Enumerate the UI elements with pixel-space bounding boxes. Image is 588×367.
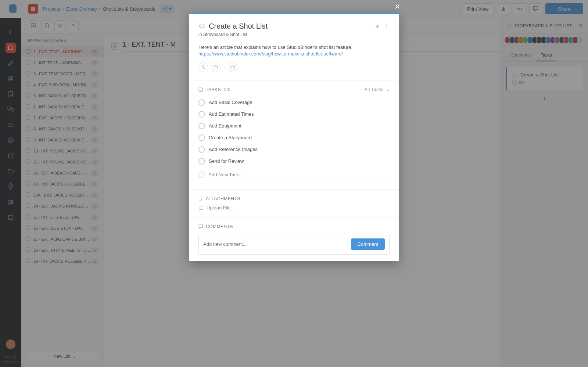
svg-rect-56 — [231, 66, 234, 69]
task-label: Create a Storyboard — [209, 135, 252, 140]
modal-link[interactable]: https://www.studiobinder.com/blog/how-to… — [198, 51, 390, 57]
svg-rect-57 — [199, 88, 202, 91]
add-date-button[interactable] — [211, 62, 220, 72]
task-checkbox[interactable] — [198, 158, 205, 165]
task-checkbox[interactable] — [198, 134, 205, 141]
task-row: Add Equipment — [198, 120, 390, 132]
svg-point-53 — [199, 24, 204, 29]
chevron-down-icon: ⌄ — [386, 87, 390, 92]
task-row: Create a Storyboard — [198, 132, 390, 144]
upload-label: Upload File... — [207, 205, 235, 211]
calendar-icon — [230, 65, 235, 69]
tasks-section-label: TASKS — [206, 87, 221, 92]
tasks-section-count: 0/6 — [224, 87, 230, 92]
add-task-input[interactable] — [208, 170, 390, 180]
task-checkbox[interactable] — [198, 111, 205, 118]
svg-point-54 — [202, 65, 204, 67]
upload-icon — [198, 205, 204, 210]
modal-subtitle: in Storyboard & Shot List — [198, 32, 390, 37]
calendar-icon — [214, 65, 218, 69]
task-checkbox[interactable] — [198, 123, 205, 129]
task-label: Add Equipment — [209, 123, 241, 129]
svg-rect-55 — [214, 66, 218, 69]
paperclip-icon — [198, 197, 203, 201]
task-row: Send for Review — [198, 155, 390, 167]
tasks-filter-label: All Tasks — [365, 87, 384, 92]
comments-section-label: COMMENTS — [206, 224, 233, 229]
modal-overlay[interactable]: ✕ Create a Shot List ⋮ in Storyboard & S… — [0, 0, 588, 367]
divider: · — [223, 64, 225, 71]
user-icon — [201, 65, 205, 69]
task-label: Add Basic Coverage — [209, 100, 252, 105]
task-checkbox[interactable] — [198, 99, 205, 106]
tasks-filter-dropdown[interactable]: All Tasks ⌄ — [365, 87, 390, 92]
status-indicator — [376, 25, 379, 28]
modal-more-button[interactable]: ⋮ — [383, 22, 390, 30]
modal-description: Here's an article that explains how to u… — [198, 44, 390, 51]
modal-title: Create a Shot List — [209, 22, 372, 30]
create-shot-list-modal: ✕ Create a Shot List ⋮ in Storyboard & S… — [189, 12, 399, 261]
task-checkbox[interactable] — [198, 146, 205, 153]
comment-button[interactable]: Comment — [351, 238, 385, 250]
task-row: Add Basic Coverage — [198, 97, 390, 108]
comment-input[interactable] — [203, 241, 351, 247]
add-task-checkbox — [198, 172, 205, 178]
upload-file-button[interactable]: Upload File... — [198, 205, 390, 211]
task-label: Send for Review — [209, 158, 244, 164]
close-modal-button[interactable]: ✕ — [394, 2, 401, 11]
task-row: Add Reference Images — [198, 144, 390, 155]
task-label: Add Estimated Times — [209, 111, 254, 117]
add-due-button[interactable] — [228, 62, 237, 72]
task-label: Add Reference Images — [209, 147, 258, 152]
svg-point-52 — [200, 25, 203, 28]
task-row: Add Estimated Times — [198, 108, 390, 120]
comment-icon — [198, 224, 203, 229]
check-icon — [198, 87, 203, 92]
gear-icon — [198, 23, 205, 30]
add-assignee-button[interactable] — [198, 62, 208, 72]
attachments-section-label: ATTACHMENTS — [206, 196, 240, 201]
